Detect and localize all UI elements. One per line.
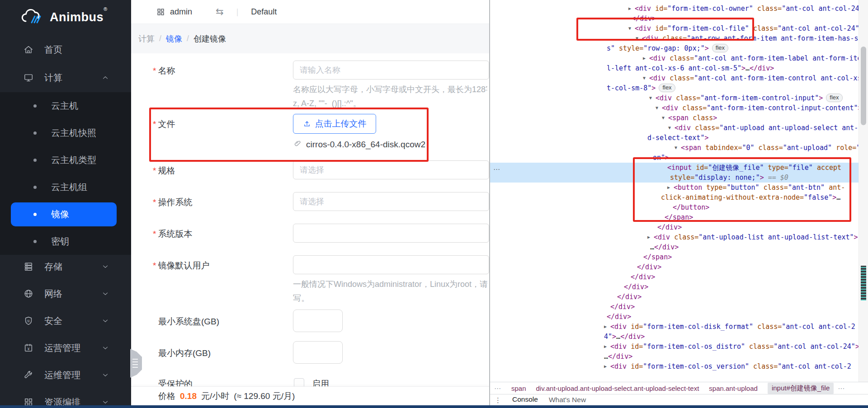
devtools-code-line[interactable]: ▼<div class="ant-form-item-control-input…: [656, 103, 862, 113]
domain-name[interactable]: Default: [251, 7, 277, 17]
disk_format-select[interactable]: [293, 160, 489, 179]
sidebar-item-安全[interactable]: 保安全: [0, 307, 131, 334]
devtools-code-line[interactable]: </div>: [617, 292, 642, 302]
flex-badge[interactable]: flex: [659, 84, 675, 92]
uploaded-file-item[interactable]: cirros-0.4.0-x86_64-disk.qcow2: [294, 138, 425, 151]
sidebar-item-运营管理[interactable]: ¥运营管理: [0, 334, 131, 361]
devtools-code-line[interactable]: </div>: [624, 282, 648, 292]
os_distro-select[interactable]: [293, 192, 489, 211]
sidebar-item-label: 运维管理: [44, 369, 80, 381]
devtools-code-line[interactable]: </div>: [657, 222, 682, 232]
devtools-code-line[interactable]: ▼<span tabindex="0" class="ant-upload" r…: [675, 143, 868, 153]
sidebar: Animbus® 首页计算云主机云主机快照云主机类型云主机组镜像密钥存储网络保安…: [0, 0, 131, 405]
main-content: admin ⇆ | Default 计算 / 镜像 / 创建镜像 *名称名称应以…: [131, 0, 489, 405]
breadcrumb-item: 计算: [138, 33, 155, 44]
devtools-code-line[interactable]: <input id="创建镜像_file" type="file" accept: [667, 163, 841, 173]
bullet-icon: [33, 240, 37, 243]
devtools-code-line[interactable]: click-animating-without-extra-node="fals…: [661, 192, 840, 202]
devtools-code-line[interactable]: ▼<div class="ant-upload ant-upload-selec…: [668, 123, 868, 133]
min_ram-input[interactable]: [293, 341, 343, 364]
logo-registered-mark: ®: [104, 6, 107, 12]
devtools-code-line[interactable]: t-col-sm-8">flex: [607, 83, 675, 93]
devtools-crumb-div[interactable]: div.ant-upload.ant-upload-select.ant-upl…: [536, 385, 699, 392]
devtools-code-line[interactable]: ▶<div class="ant-upload-list ant-upload-…: [647, 232, 858, 242]
devtools-code-line[interactable]: ▼<div class="ant-col ant-form-item-contr…: [643, 73, 868, 83]
devtools-code-line[interactable]: s" style="row-gap: 0px;">flex: [607, 43, 728, 53]
min_disk-input[interactable]: [293, 310, 343, 332]
project-grid-icon[interactable]: [157, 8, 165, 16]
devtools-code-line[interactable]: ▼<div class="ant-form-item-control-input…: [649, 93, 843, 103]
price-footer: 价格 0.18 元/小时 (≈ 129.60 元/月): [131, 386, 489, 405]
devtools-code-line[interactable]: …</div>: [604, 352, 632, 361]
storage-icon: [24, 262, 33, 272]
devtools-gutter-dots[interactable]: ⋯: [493, 165, 500, 174]
devtools-code-line[interactable]: ▼<div id="form-item-col-file" class="ant…: [628, 23, 863, 33]
devtools-code-line[interactable]: ▼<span class>: [662, 113, 717, 123]
devtools-scrollbar-thumb[interactable]: [861, 47, 866, 125]
devtools-code-line[interactable]: 4">…</div>: [604, 332, 645, 342]
devtools-code-line[interactable]: ▶<button type="button" class="ant-btn" a…: [667, 183, 845, 192]
devtools-code-line[interactable]: style="display: none;"> == $0: [670, 173, 788, 183]
svg-text:¥: ¥: [27, 347, 30, 351]
required-asterisk: *: [153, 166, 156, 175]
sidebar-item-云主机类型[interactable]: 云主机类型: [0, 146, 131, 174]
sidebar-item-首页[interactable]: 首页: [0, 36, 131, 63]
console-tab-console[interactable]: Console: [512, 394, 538, 407]
devtools-code-line[interactable]: </div>: [607, 312, 631, 322]
sidebar-item-云主机[interactable]: 云主机: [0, 92, 131, 119]
bullet-icon: [33, 213, 37, 216]
devtools-code-line[interactable]: on">: [653, 153, 669, 163]
devtools-code-line[interactable]: d-select-text">: [647, 133, 708, 143]
flex-badge[interactable]: flex: [712, 44, 728, 52]
console-tab-what-s-new[interactable]: What's New: [549, 394, 586, 406]
devtools-code-line[interactable]: </div>: [631, 272, 655, 282]
sidebar-item-计算[interactable]: 计算: [0, 64, 131, 91]
devtools-crumb-span[interactable]: span: [511, 385, 526, 392]
sidebar-item-云主机组[interactable]: 云主机组: [0, 174, 131, 201]
kebab-menu-icon[interactable]: ⋮: [495, 396, 501, 404]
devtools-code-line[interactable]: ▶<div class="ant-col ant-form-item-label…: [643, 53, 868, 63]
devtools-code-line[interactable]: ▼<div class="ant-row ant-form-item ant-f…: [636, 33, 868, 43]
devtools-code-line[interactable]: </span>: [665, 212, 693, 222]
devtools-panel: ⋯ ▶<div id="form-item-col-owner" class="…: [489, 0, 868, 405]
devtools-crumb-span[interactable]: span.ant-upload: [709, 385, 758, 392]
required-asterisk: *: [153, 229, 156, 239]
devtools-code-line[interactable]: l-left ant-col-xs-6 ant-col-sm-5">…</div…: [607, 63, 774, 73]
price-label: 价格: [158, 390, 175, 402]
devtools-code-line[interactable]: ▶<div id="form-item-col-disk_format" cla…: [604, 322, 855, 332]
flex-badge[interactable]: flex: [826, 94, 842, 102]
devtools-code-line[interactable]: ▶<div id="form-item-col-owner" class="an…: [628, 4, 868, 14]
owner-input[interactable]: [293, 255, 489, 274]
sidebar-item-网络[interactable]: 网络: [0, 280, 131, 307]
app-logo[interactable]: Animbus®: [20, 6, 107, 28]
sidebar-item-存储[interactable]: 存储: [0, 253, 131, 280]
devtools-code-line[interactable]: …</div>: [650, 242, 679, 252]
sidebar-item-运维管理[interactable]: 运维管理: [0, 361, 131, 389]
devtools-scrollbar[interactable]: [859, 0, 868, 382]
devtools-code-line[interactable]: </div>: [637, 262, 661, 272]
devtools-code-line[interactable]: </div>: [632, 14, 656, 23]
project-name[interactable]: admin: [170, 7, 192, 17]
crumb-overflow-icon[interactable]: ⋯: [494, 385, 501, 393]
sidebar-item-label: 首页: [44, 44, 62, 56]
devtools-code-line[interactable]: ▶<div id="form-item-col-os_distro" class…: [604, 342, 859, 352]
crumb-overflow-icon[interactable]: ⋯: [838, 385, 845, 393]
logo-text: Animbus: [50, 10, 104, 24]
devtools-code-line[interactable]: </div>: [610, 302, 635, 312]
sidebar-item-label: 云主机组: [51, 181, 87, 193]
os_version-input[interactable]: [293, 224, 489, 243]
sidebar-item-云主机快照[interactable]: 云主机快照: [0, 119, 131, 146]
name-input[interactable]: [293, 61, 489, 80]
breadcrumb-link-images[interactable]: 镜像: [166, 33, 182, 44]
sidebar-item-密钥[interactable]: 密钥: [0, 228, 131, 255]
required-asterisk: *: [153, 197, 156, 207]
upload-file-button[interactable]: 点击上传文件: [293, 114, 376, 134]
devtools-code-line[interactable]: </span>: [643, 252, 672, 262]
switch-project-icon[interactable]: ⇆: [216, 6, 224, 17]
devtools-code-line[interactable]: ▶<div id="form-item-col-os_version" clas…: [604, 361, 851, 371]
sidebar-item-label: 密钥: [51, 235, 69, 248]
devtools-crumb-input#创建镜像_file[interactable]: input#创建镜像_file: [768, 383, 834, 394]
sidebar-item-镜像[interactable]: 镜像: [0, 201, 131, 228]
chevron-down-icon: [101, 290, 109, 298]
devtools-code-line[interactable]: </button>: [673, 202, 709, 212]
